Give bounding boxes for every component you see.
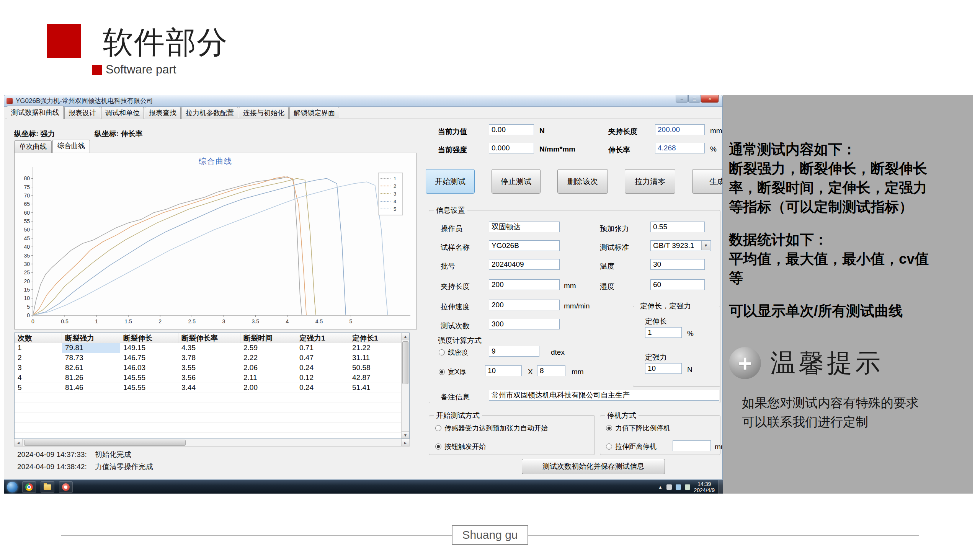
main-tabstrip: 测试数据和曲线报表设计调试和单位报表查找拉力机参数配置连接与初始化解锁锁定界面 bbox=[5, 108, 721, 119]
humidity-input[interactable]: 60 bbox=[650, 279, 705, 290]
grip-setting-input[interactable]: 200 bbox=[489, 279, 560, 290]
fixed-force-input[interactable]: 10 bbox=[645, 363, 682, 374]
main-tab-5[interactable]: 拉力机参数配置 bbox=[181, 107, 238, 119]
column-header[interactable]: 断裂伸长 bbox=[120, 333, 178, 343]
column-header[interactable]: 定伸长1 bbox=[349, 333, 402, 343]
temperature-input[interactable]: 30 bbox=[650, 259, 705, 270]
hscrollbar-thumb[interactable] bbox=[24, 440, 186, 446]
tray-status-icon[interactable] bbox=[666, 484, 672, 490]
speed-label: 拉伸速度 bbox=[441, 302, 470, 312]
notes-line: 可以显示单次/所有测试曲线 bbox=[729, 302, 965, 321]
window-titlebar[interactable]: YG026B强力机-常州双固顿达机电科技有限公司 − □ × bbox=[4, 95, 722, 107]
action-button-2[interactable]: 停止测试 bbox=[492, 169, 541, 194]
test-count-input[interactable]: 300 bbox=[489, 319, 560, 329]
taskbar-clock[interactable]: 14:39 2024/4/9 bbox=[694, 481, 715, 493]
maximize-button[interactable]: □ bbox=[688, 95, 701, 103]
current-strength-input[interactable]: 0.000 bbox=[489, 143, 534, 153]
table-row[interactable]: 581.46145.553.442.000.2451.41 bbox=[15, 383, 409, 393]
table-row[interactable]: 179.81149.154.352.590.7121.22 bbox=[15, 343, 409, 353]
table-cell bbox=[178, 413, 240, 422]
radio-force-drop-stop[interactable]: 力值下降比例停机 bbox=[606, 424, 670, 433]
distance-stop-input[interactable] bbox=[673, 440, 711, 451]
main-tab-3[interactable]: 调试和单位 bbox=[101, 107, 144, 119]
fixed-force-unit: N bbox=[687, 365, 693, 374]
action-button-3[interactable]: 删除该次 bbox=[557, 169, 608, 194]
operator-input[interactable]: 双固顿达 bbox=[489, 222, 560, 232]
main-tab-1[interactable]: 测试数据和曲线 bbox=[7, 106, 64, 119]
table-cell: 0.24 bbox=[296, 383, 349, 393]
action-button-1[interactable]: 开始测试 bbox=[426, 169, 475, 194]
explorer-folder-icon[interactable] bbox=[41, 481, 54, 493]
close-button[interactable]: × bbox=[701, 95, 719, 103]
pretension-input[interactable]: 0.55 bbox=[650, 222, 705, 232]
action-button-5[interactable]: 生成 bbox=[692, 169, 723, 194]
action-button-4[interactable]: 拉力清零 bbox=[625, 169, 675, 194]
table-row[interactable] bbox=[15, 393, 409, 403]
main-tab-4[interactable]: 报表查找 bbox=[145, 107, 181, 119]
column-header[interactable]: 定强力1 bbox=[296, 333, 349, 343]
speed-input[interactable]: 200 bbox=[489, 300, 560, 310]
scroll-up-icon[interactable]: ▲ bbox=[402, 333, 409, 340]
column-header[interactable]: 断裂时间 bbox=[240, 333, 296, 343]
radio-width-thickness[interactable]: 宽X厚 bbox=[439, 367, 466, 377]
distance-stop-unit: mm bbox=[715, 443, 723, 451]
table-row[interactable] bbox=[15, 423, 409, 433]
curve-tab-1[interactable]: 单次曲线 bbox=[14, 140, 52, 153]
tip-title: 温馨提示 bbox=[770, 346, 884, 380]
dropdown-arrow-icon[interactable]: ▼ bbox=[701, 241, 710, 250]
table-row[interactable] bbox=[15, 433, 409, 439]
notes-block-test-content: 通常测试内容如下： 断裂强力，断裂伸长，断裂伸长 率，断裂时间，定伸长，定强力 … bbox=[729, 140, 965, 217]
vscrollbar-thumb[interactable] bbox=[402, 341, 408, 384]
table-cell: 50.58 bbox=[349, 363, 402, 373]
table-vertical-scrollbar[interactable]: ▲ ▼ bbox=[401, 333, 409, 439]
table-row[interactable]: 481.26145.553.562.110.1242.87 bbox=[15, 373, 409, 383]
main-tab-2[interactable]: 报表设计 bbox=[64, 107, 100, 119]
table-horizontal-scrollbar[interactable]: ◄ ► bbox=[14, 439, 410, 447]
column-header[interactable]: 次数 bbox=[15, 333, 62, 343]
main-tab-7[interactable]: 解锁锁定界面 bbox=[289, 107, 339, 119]
sample-name-input[interactable]: YG026B bbox=[489, 240, 560, 251]
radio-linear-density[interactable]: 线密度 bbox=[439, 348, 469, 357]
table-row[interactable] bbox=[15, 403, 409, 413]
radio-sensor-start[interactable]: 传感器受力达到预加张力自动开始 bbox=[435, 424, 548, 433]
start-button[interactable] bbox=[7, 482, 18, 492]
table-cell bbox=[349, 433, 402, 439]
fixed-elong-input[interactable]: 1 bbox=[645, 327, 682, 338]
grip-length-input[interactable]: 200.00 bbox=[655, 124, 705, 135]
batch-input[interactable]: 20240409 bbox=[489, 259, 560, 270]
column-header[interactable]: 断裂强力 bbox=[62, 333, 120, 343]
standard-select[interactable]: GB/T 3923.1 ▼ bbox=[650, 240, 711, 251]
notes-block-statistics: 数据统计如下： 平均值，最大值，最小值，cv值 等 bbox=[729, 230, 965, 288]
table-row[interactable]: 278.73146.753.782.220.4731.11 bbox=[15, 353, 409, 363]
table-cell: 2.06 bbox=[240, 363, 296, 373]
linear-density-input[interactable]: 9 bbox=[489, 346, 539, 357]
table-cell bbox=[349, 423, 402, 432]
remark-input[interactable]: 常州市双固顿达机电科技有限公司自主生产 bbox=[489, 390, 719, 401]
elongation-input[interactable]: 4.268 bbox=[655, 143, 705, 153]
svg-text:30: 30 bbox=[24, 261, 30, 267]
current-force-input[interactable]: 0.00 bbox=[489, 124, 534, 135]
notes-block-curves: 可以显示单次/所有测试曲线 bbox=[729, 302, 965, 321]
table-header-row: 次数断裂强力断裂伸长断裂伸长率断裂时间定强力1定伸长1 bbox=[15, 333, 409, 343]
scroll-right-icon[interactable]: ► bbox=[401, 439, 409, 446]
scroll-down-icon[interactable]: ▼ bbox=[402, 431, 409, 439]
show-desktop-button[interactable] bbox=[719, 480, 723, 494]
curve-tab-2[interactable]: 综合曲线 bbox=[52, 140, 90, 153]
network-icon[interactable] bbox=[676, 484, 681, 490]
minimize-button[interactable]: − bbox=[676, 95, 688, 103]
svg-text:0.5: 0.5 bbox=[61, 318, 69, 324]
table-row[interactable] bbox=[15, 413, 409, 423]
chrome-icon[interactable] bbox=[22, 481, 36, 493]
scroll-left-icon[interactable]: ◄ bbox=[15, 439, 23, 446]
radio-button-start[interactable]: 按钮触发开始 bbox=[435, 442, 486, 451]
table-row[interactable]: 382.61146.033.552.060.2450.58 bbox=[15, 363, 409, 373]
width-input[interactable]: 10 bbox=[485, 365, 522, 376]
column-header[interactable]: 断裂伸长率 bbox=[178, 333, 240, 343]
hidden-icons-chevron[interactable]: ▲ bbox=[658, 485, 663, 489]
red-app-icon[interactable] bbox=[59, 481, 73, 493]
radio-distance-stop[interactable]: 拉伸距离停机 bbox=[606, 442, 657, 451]
save-test-info-button[interactable]: 测试次数初始化并保存测试信息 bbox=[522, 459, 665, 474]
main-tab-6[interactable]: 连接与初始化 bbox=[239, 107, 289, 119]
volume-icon[interactable] bbox=[685, 484, 690, 490]
thickness-input[interactable]: 8 bbox=[537, 365, 565, 376]
